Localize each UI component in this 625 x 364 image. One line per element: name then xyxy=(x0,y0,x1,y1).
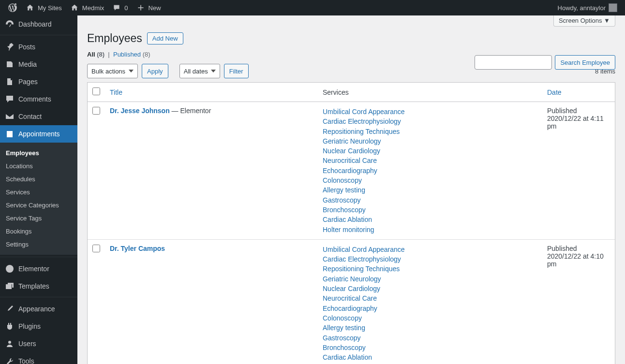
service-link[interactable]: Geriatric Neurology xyxy=(323,274,537,284)
add-new-button[interactable]: Add New xyxy=(147,32,183,44)
my-sites-link[interactable]: My Sites xyxy=(21,0,66,15)
title-suffix: — Elementor xyxy=(170,107,211,115)
screen-options-button[interactable]: Screen Options ▼ xyxy=(553,15,615,27)
filter-published[interactable]: Published (8) xyxy=(113,51,150,58)
menu-media[interactable]: Media xyxy=(0,56,77,73)
service-link[interactable]: Bronchoscopy xyxy=(323,343,537,352)
service-link[interactable]: Holter monitoring xyxy=(323,225,537,234)
menu-plugins-label: Plugins xyxy=(18,322,41,330)
col-date[interactable]: Date xyxy=(547,88,562,96)
home-icon xyxy=(70,3,79,13)
submenu-locations[interactable]: Locations xyxy=(0,160,77,173)
plug-icon xyxy=(5,321,15,331)
menu-tools[interactable]: Tools xyxy=(0,352,77,364)
service-link[interactable]: Gastroscopy xyxy=(323,195,537,205)
col-services: Services xyxy=(318,83,542,102)
menu-appearance-label: Appearance xyxy=(18,305,55,313)
row-checkbox[interactable] xyxy=(92,245,100,252)
comments-link[interactable]: 0 xyxy=(108,0,132,15)
employee-title-link[interactable]: Dr. Tyler Campos xyxy=(110,245,165,252)
row-datetime: 2020/12/22 at 4:10 pm xyxy=(547,252,610,268)
service-link[interactable]: Echocardiography xyxy=(323,304,537,313)
menu-templates[interactable]: Templates xyxy=(0,277,77,295)
menu-comments-label: Comments xyxy=(18,95,51,103)
service-link[interactable]: Neurocritical Care xyxy=(323,293,537,303)
service-link[interactable]: Geriatric Neurology xyxy=(323,136,537,146)
row-status: Published xyxy=(547,245,610,252)
service-link[interactable]: Cardiac Ablation xyxy=(323,352,537,362)
menu-posts[interactable]: Posts xyxy=(0,38,77,56)
employee-title-link[interactable]: Dr. Jesse Johnson xyxy=(110,107,170,115)
employees-table: Title Services Date Dr. Jesse Johnson — … xyxy=(87,82,615,364)
menu-pages-label: Pages xyxy=(18,78,38,86)
row-datetime: 2020/12/22 at 4:11 pm xyxy=(547,115,610,130)
service-link[interactable]: Colonoscopy xyxy=(323,175,537,185)
comment-icon xyxy=(112,3,121,13)
table-row: Dr. Jesse Johnson — ElementorUmbilical C… xyxy=(88,102,615,240)
my-sites-label: My Sites xyxy=(38,4,62,12)
new-link[interactable]: New xyxy=(132,0,165,15)
howdy-link[interactable]: Howdy, anntaylor xyxy=(554,0,621,15)
row-status: Published xyxy=(547,107,610,115)
site-link[interactable]: Medmix xyxy=(66,0,108,15)
pages-icon xyxy=(5,77,15,87)
service-link[interactable]: Holter monitoring xyxy=(323,362,537,364)
service-link[interactable]: Allergy testing xyxy=(323,185,537,195)
col-title[interactable]: Title xyxy=(110,88,122,96)
service-link[interactable]: Echocardiography xyxy=(323,166,537,175)
search-input[interactable] xyxy=(475,55,552,70)
menu-elementor[interactable]: Elementor xyxy=(0,260,77,277)
service-link[interactable]: Colonoscopy xyxy=(323,313,537,323)
service-link[interactable]: Nuclear Cardiology xyxy=(323,146,537,156)
wordpress-icon xyxy=(8,3,17,13)
menu-plugins[interactable]: Plugins xyxy=(0,318,77,335)
site-name-label: Medmix xyxy=(82,4,104,12)
service-link[interactable]: Umbilical Cord Appearance xyxy=(323,245,537,254)
filter-button[interactable]: Filter xyxy=(224,64,249,78)
submenu-service-tags[interactable]: Service Tags xyxy=(0,212,77,225)
service-link[interactable]: Nuclear Cardiology xyxy=(323,284,537,293)
select-all-checkbox[interactable] xyxy=(92,87,100,95)
calendar-icon xyxy=(5,129,15,139)
service-link[interactable]: Cardiac Ablation xyxy=(323,215,537,224)
row-checkbox[interactable] xyxy=(92,107,100,115)
service-link[interactable]: Umbilical Cord Appearance xyxy=(323,107,537,116)
comments-count: 0 xyxy=(124,4,128,12)
submenu-schedules[interactable]: Schedules xyxy=(0,173,77,186)
service-link[interactable]: Repositioning Techniques xyxy=(323,127,537,136)
service-link[interactable]: Repositioning Techniques xyxy=(323,264,537,274)
service-link[interactable]: Allergy testing xyxy=(323,323,537,333)
filter-all[interactable]: All (8) xyxy=(87,51,104,58)
submenu-services[interactable]: Services xyxy=(0,186,77,199)
submenu-service-categories[interactable]: Service Categories xyxy=(0,199,77,212)
menu-users[interactable]: Users xyxy=(0,335,77,352)
submenu-bookings[interactable]: Bookings xyxy=(0,225,77,238)
comment-icon xyxy=(5,94,15,104)
menu-appearance[interactable]: Appearance xyxy=(0,300,77,318)
date-filter-select[interactable]: All dates xyxy=(179,64,220,78)
admin-sidebar: Dashboard Posts Media Pages Comments Con… xyxy=(0,15,77,364)
service-link[interactable]: Gastroscopy xyxy=(323,333,537,343)
menu-dashboard[interactable]: Dashboard xyxy=(0,15,77,33)
menu-appointments[interactable]: Appointments xyxy=(0,125,77,143)
menu-comments[interactable]: Comments xyxy=(0,90,77,108)
svg-point-0 xyxy=(6,265,14,273)
service-link[interactable]: Bronchoscopy xyxy=(323,205,537,215)
service-link[interactable]: Neurocritical Care xyxy=(323,156,537,165)
menu-contact-label: Contact xyxy=(18,113,42,120)
service-link[interactable]: Cardiac Electrophysiology xyxy=(323,116,537,126)
menu-users-label: Users xyxy=(18,340,36,348)
submenu-employees[interactable]: Employees xyxy=(0,146,77,160)
elementor-icon xyxy=(5,264,15,274)
howdy-label: Howdy, anntaylor xyxy=(558,4,606,12)
user-icon xyxy=(5,339,15,349)
wp-logo[interactable] xyxy=(4,0,21,15)
apply-button[interactable]: Apply xyxy=(142,64,168,78)
submenu-settings[interactable]: Settings xyxy=(0,238,77,251)
service-link[interactable]: Cardiac Electrophysiology xyxy=(323,254,537,264)
menu-pages[interactable]: Pages xyxy=(0,73,77,90)
search-employee-button[interactable]: Search Employee xyxy=(555,55,615,70)
bulk-actions-select[interactable]: Bulk actions xyxy=(87,64,138,78)
menu-contact[interactable]: Contact xyxy=(0,108,77,125)
menu-templates-label: Templates xyxy=(18,282,49,290)
